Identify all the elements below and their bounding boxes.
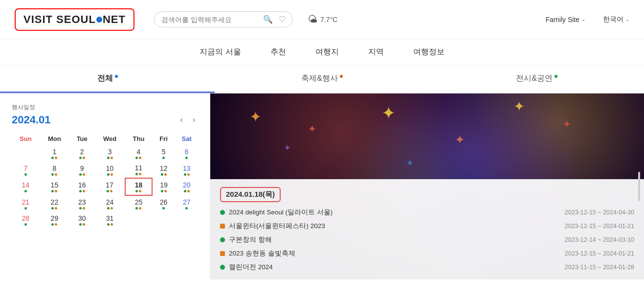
weekday-wed: Wed <box>94 132 125 145</box>
event-item[interactable]: 2023 송현동 솔빛축제 2023-12-15 ~ 2024-01-21 <box>220 249 634 258</box>
calendar-day[interactable]: 6 <box>175 145 198 162</box>
calendar-grid: Sun Mon Tue Wed Thu Fri Sat 123456789101… <box>12 132 198 228</box>
calendar-day[interactable]: 12 <box>152 162 175 178</box>
calendar-day[interactable]: 3 <box>94 145 125 162</box>
calendar-day <box>125 212 152 228</box>
calendar-day[interactable]: 24 <box>94 195 125 212</box>
event-date-range: 2023-12-15 ~ 2024-04-30 <box>565 209 634 216</box>
tab-festival[interactable]: 축제&행사 <box>215 66 429 93</box>
calendar-day[interactable]: 7 <box>12 162 40 178</box>
event-item[interactable]: 서울윈타(서울윈터페스타) 2023 2023-12-15 ~ 2024-01-… <box>220 222 634 231</box>
event-date-range: 2023-11-15 ~ 2024-01-28 <box>565 264 634 271</box>
calendar-day[interactable]: 14 <box>12 178 40 195</box>
calendar-day[interactable]: 23 <box>69 195 94 212</box>
event-item[interactable]: 캘린더전 2024 2023-11-15 ~ 2024-01-28 <box>220 263 634 272</box>
calendar-day[interactable]: 1 <box>40 145 70 162</box>
sparkle-5: ✦ <box>513 98 525 115</box>
weekday-sat: Sat <box>175 132 198 145</box>
scrollbar[interactable] <box>638 172 640 201</box>
sparkle-6: ✦ <box>562 118 571 131</box>
weekday-thu: Thu <box>125 132 152 145</box>
logo-text: VISIT SEOULNET <box>23 13 126 26</box>
calendar-day[interactable]: 5 <box>152 145 175 162</box>
calendar-day[interactable]: 2 <box>69 145 94 162</box>
search-input[interactable] <box>161 16 259 23</box>
weekday-tue: Tue <box>69 132 94 145</box>
calendar-day[interactable]: 21 <box>12 195 40 212</box>
weather-icon: 🌤 <box>308 14 317 25</box>
event-list: 2024 delight Seoul (딜라이트 서울) 2023-12-15 … <box>220 208 634 272</box>
event-left: 2024 delight Seoul (딜라이트 서울) <box>220 208 333 217</box>
nav-item-region[interactable]: 지역 <box>368 47 384 57</box>
calendar-navigation: ‹ › <box>177 115 198 125</box>
calendar-day[interactable]: 8 <box>40 162 70 178</box>
calendar-prev-button[interactable]: ‹ <box>177 115 185 125</box>
calendar-panel: 행사일정 2024.01 ‹ › Sun Mon Tue Wed Thu Fri… <box>0 93 210 279</box>
calendar-day <box>12 145 40 162</box>
tab-exhibition[interactable]: 전시&공연 <box>429 66 644 93</box>
event-bullet <box>220 251 225 256</box>
event-title: 2024 delight Seoul (딜라이트 서울) <box>229 208 333 217</box>
calendar-section-label: 행사일정 <box>12 103 198 112</box>
event-date-range: 2023-12-15 ~ 2024-01-21 <box>565 223 634 230</box>
calendar-day[interactable]: 30 <box>69 212 94 228</box>
event-left: 서울윈타(서울윈터페스타) 2023 <box>220 222 325 231</box>
sparkle-7: ✦ <box>284 142 291 153</box>
calendar-day[interactable]: 20 <box>175 178 198 195</box>
calendar-day[interactable]: 13 <box>175 162 198 178</box>
calendar-day[interactable]: 15 <box>40 178 70 195</box>
tab-all-dot <box>115 75 118 78</box>
heart-icon[interactable]: ♡ <box>279 15 286 24</box>
calendar-day[interactable]: 17 <box>94 178 125 195</box>
calendar-day[interactable]: 26 <box>152 195 175 212</box>
tab-all[interactable]: 전체 <box>0 66 215 93</box>
event-left: 캘린더전 2024 <box>220 263 273 272</box>
calendar-next-button[interactable]: › <box>190 115 198 125</box>
event-item[interactable]: 구본창의 항해 2023-12-14 ~ 2024-03-10 <box>220 235 634 244</box>
event-title: 캘린더전 2024 <box>229 263 273 272</box>
event-bullet <box>220 237 225 242</box>
calendar-day[interactable]: 28 <box>12 212 40 228</box>
calendar-day[interactable]: 27 <box>175 195 198 212</box>
nav-item-travel-info[interactable]: 여행정보 <box>413 47 444 57</box>
family-site-chevron-icon: ⌄ <box>581 17 585 22</box>
event-title: 구본창의 항해 <box>229 235 272 244</box>
event-item[interactable]: 2024 delight Seoul (딜라이트 서울) 2023-12-15 … <box>220 208 634 217</box>
nav-item-destination[interactable]: 여행지 <box>315 47 339 57</box>
weekday-fri: Fri <box>152 132 175 145</box>
event-title: 2023 송현동 솔빛축제 <box>229 249 295 258</box>
calendar-day[interactable]: 29 <box>40 212 70 228</box>
calendar-day[interactable]: 16 <box>69 178 94 195</box>
logo[interactable]: VISIT SEOULNET <box>15 8 134 31</box>
calendar-day <box>152 212 175 228</box>
events-panel: ✦ ✦ ✦ ✦ ✦ ✦ ✦ ✦ 2024.01.18(목) 2024 delig… <box>210 93 644 279</box>
calendar-day[interactable]: 18 <box>125 178 152 195</box>
family-site-dropdown[interactable]: Family Site ⌄ <box>546 16 585 23</box>
calendar-month-title: 2024.01 <box>12 114 51 126</box>
search-icon[interactable]: 🔍 <box>263 15 273 24</box>
sparkle-3: ✦ <box>381 103 396 123</box>
main-nav: 지금의 서울 추천 여행지 지역 여행정보 <box>0 39 644 66</box>
calendar-day[interactable]: 25 <box>125 195 152 212</box>
calendar-day[interactable]: 10 <box>94 162 125 178</box>
calendar-day[interactable]: 22 <box>40 195 70 212</box>
calendar-day <box>175 212 198 228</box>
language-dropdown[interactable]: 한국어 ⌄ <box>603 15 629 24</box>
calendar-day[interactable]: 31 <box>94 212 125 228</box>
weather-temp: 7.7°C <box>320 16 337 23</box>
calendar-day[interactable]: 4 <box>125 145 152 162</box>
family-site-label: Family Site <box>546 16 579 23</box>
calendar-day[interactable]: 9 <box>69 162 94 178</box>
category-tabs: 전체 축제&행사 전시&공연 <box>0 66 644 93</box>
event-date-badge: 2024.01.18(목) <box>220 187 281 202</box>
lang-label: 한국어 <box>603 15 623 24</box>
event-left: 구본창의 항해 <box>220 235 272 244</box>
nav-item-recommend[interactable]: 추천 <box>270 47 286 57</box>
search-area: 🔍 ♡ <box>154 11 293 27</box>
calendar-day[interactable]: 19 <box>152 178 175 195</box>
sparkle-2: ✦ <box>308 123 316 135</box>
nav-item-now-seoul[interactable]: 지금의 서울 <box>200 47 241 57</box>
calendar-day[interactable]: 11 <box>125 162 152 178</box>
sparkle-4: ✦ <box>455 133 465 147</box>
tab-exhibition-dot <box>555 75 557 78</box>
